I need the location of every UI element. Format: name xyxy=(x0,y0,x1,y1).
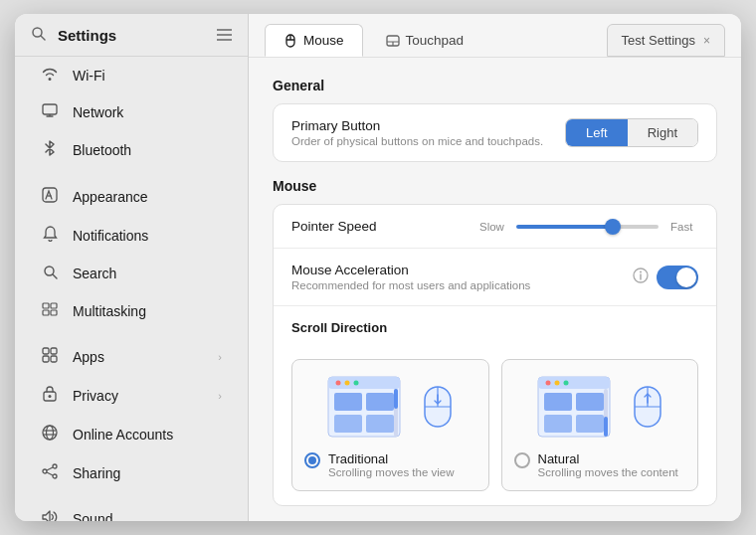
pointer-speed-row: Pointer Speed Slow Fast xyxy=(274,205,716,249)
mouse-acceleration-sublabel: Recommended for most users and applicati… xyxy=(291,279,633,291)
scroll-direction-title: Scroll Direction xyxy=(291,320,698,335)
sidebar-item-appearance[interactable]: Appearance xyxy=(21,178,242,215)
sidebar-item-notifications[interactable]: Notifications xyxy=(21,217,242,254)
mouse-acceleration-toggle[interactable] xyxy=(657,266,698,289)
sidebar-item-apps[interactable]: Apps › xyxy=(21,338,242,375)
tab-bar: Mouse Touchpad Test Settings × xyxy=(249,14,741,58)
svg-rect-64 xyxy=(576,393,604,411)
mouse-acceleration-label: Mouse Acceleration xyxy=(291,263,633,277)
sound-icon xyxy=(41,510,59,521)
sidebar-item-label: Notifications xyxy=(73,228,148,244)
general-section-title: General xyxy=(273,78,717,93)
main-panel: Mouse Touchpad Test Settings × xyxy=(249,14,741,521)
bluetooth-icon xyxy=(41,140,59,159)
sidebar-item-multitasking[interactable]: Multitasking xyxy=(21,293,242,328)
content-area: General Primary Button Order of physical… xyxy=(249,58,741,521)
svg-rect-16 xyxy=(43,348,49,354)
sidebar-item-label: Wi-Fi xyxy=(73,68,105,84)
sidebar-item-label: Online Accounts xyxy=(73,427,173,443)
traditional-label: Traditional xyxy=(328,451,455,466)
sidebar-item-label: Sharing xyxy=(73,465,120,481)
sidebar-item-label: Multitasking xyxy=(73,303,146,319)
right-button[interactable]: Right xyxy=(628,119,697,146)
natural-visual xyxy=(514,372,686,442)
sidebar-item-label: Sound xyxy=(73,511,112,522)
sidebar-item-label: Apps xyxy=(73,349,104,365)
tab-mouse-label: Mouse xyxy=(303,33,344,48)
wifi-icon xyxy=(41,67,59,84)
svg-point-28 xyxy=(43,469,47,473)
svg-rect-66 xyxy=(576,415,604,433)
tab-mouse[interactable]: Mouse xyxy=(265,24,363,57)
toggle-thumb xyxy=(676,268,696,287)
traditional-illustration xyxy=(320,373,460,441)
chevron-right-icon: › xyxy=(218,351,222,363)
settings-window: Settings Wi- xyxy=(15,14,741,521)
privacy-icon xyxy=(41,386,59,405)
sidebar-item-label: Search xyxy=(73,266,116,281)
svg-rect-19 xyxy=(51,356,57,362)
traditional-label-row: Traditional Scrolling moves the view xyxy=(304,451,476,478)
apps-icon xyxy=(41,347,59,366)
sidebar-item-network[interactable]: Network xyxy=(21,94,242,129)
svg-point-47 xyxy=(354,381,359,386)
sidebar-item-label: Bluetooth xyxy=(73,142,131,158)
svg-line-11 xyxy=(53,274,57,278)
natural-label: Natural xyxy=(538,451,678,466)
sidebar-item-privacy[interactable]: Privacy › xyxy=(21,377,242,414)
sidebar-item-search[interactable]: Search xyxy=(21,256,242,291)
svg-line-30 xyxy=(47,472,53,475)
primary-button-sublabel: Order of physical buttons on mice and to… xyxy=(291,135,565,147)
svg-rect-48 xyxy=(334,393,362,411)
left-button[interactable]: Left xyxy=(566,119,628,146)
sidebar-header: Settings xyxy=(15,14,248,57)
menu-icon[interactable] xyxy=(217,27,232,44)
svg-rect-51 xyxy=(366,415,394,433)
info-icon xyxy=(633,268,649,286)
svg-point-61 xyxy=(554,381,559,386)
online-accounts-icon xyxy=(41,425,59,444)
tab-touchpad-label: Touchpad xyxy=(406,33,465,48)
svg-rect-63 xyxy=(544,393,572,411)
primary-button-label: Primary Button xyxy=(291,118,565,133)
tab-test-settings[interactable]: Test Settings × xyxy=(607,24,725,57)
sidebar-item-label: Network xyxy=(73,104,123,120)
touchpad-icon xyxy=(386,35,400,47)
primary-button-toggle: Left Right xyxy=(565,118,698,147)
multitasking-icon xyxy=(41,302,59,319)
close-icon[interactable]: × xyxy=(703,34,710,48)
svg-rect-53 xyxy=(394,389,398,409)
scroll-direction-section: Scroll Direction xyxy=(274,306,716,505)
mouse-acceleration-row: Mouse Acceleration Recommended for most … xyxy=(274,249,716,306)
svg-point-46 xyxy=(345,381,350,386)
radio-natural[interactable] xyxy=(514,452,530,468)
pointer-speed-slider[interactable] xyxy=(516,225,659,229)
pointer-speed-label: Pointer Speed xyxy=(291,219,476,234)
sidebar-item-online-accounts[interactable]: Online Accounts xyxy=(21,416,242,452)
tab-touchpad[interactable]: Touchpad xyxy=(367,24,483,57)
sidebar-item-wifi[interactable]: Wi-Fi xyxy=(21,58,242,92)
svg-point-60 xyxy=(545,381,550,386)
chevron-right-icon: › xyxy=(218,390,222,402)
svg-point-23 xyxy=(47,426,54,440)
svg-point-22 xyxy=(43,426,57,440)
svg-rect-68 xyxy=(604,417,608,437)
radio-traditional[interactable] xyxy=(304,452,320,468)
svg-line-1 xyxy=(41,36,45,40)
svg-point-26 xyxy=(53,464,57,468)
svg-rect-15 xyxy=(51,310,57,315)
traditional-sublabel: Scrolling moves the view xyxy=(328,466,455,478)
network-icon xyxy=(41,103,59,120)
svg-rect-5 xyxy=(43,104,57,114)
svg-rect-14 xyxy=(43,310,49,315)
sidebar-item-sharing[interactable]: Sharing xyxy=(21,454,242,491)
svg-point-45 xyxy=(336,381,341,386)
scroll-option-natural[interactable]: Natural Scrolling moves the content xyxy=(501,359,699,491)
sidebar-item-label: Appearance xyxy=(73,189,148,205)
notifications-icon xyxy=(41,226,59,245)
scroll-option-traditional[interactable]: Traditional Scrolling moves the view xyxy=(291,359,489,491)
svg-rect-12 xyxy=(43,303,49,308)
sidebar-item-sound[interactable]: Sound xyxy=(21,501,242,521)
svg-point-62 xyxy=(563,381,568,386)
sidebar-item-bluetooth[interactable]: Bluetooth xyxy=(21,131,242,168)
